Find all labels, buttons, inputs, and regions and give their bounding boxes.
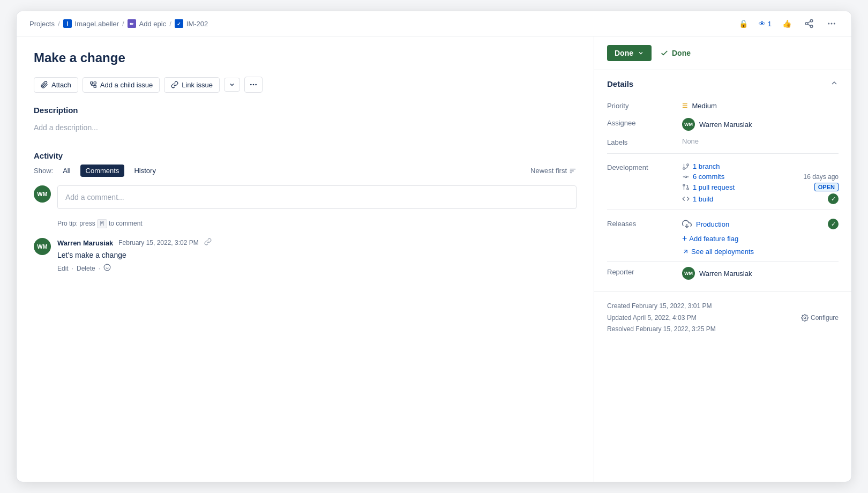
svg-point-29 [685, 176, 687, 178]
breadcrumb-image-labeller[interactable]: ImageLabeller [75, 20, 119, 28]
epic-icon: ✏ [128, 19, 136, 28]
right-panel: Done Done Details Priority [594, 36, 851, 482]
labels-value[interactable]: None [682, 137, 839, 145]
footer-dates-row: Created February 15, 2022, 3:01 PM Updat… [607, 301, 839, 335]
activity-controls: Show: All Comments History Newest first [34, 165, 577, 177]
edit-button[interactable]: Edit [57, 265, 69, 272]
breadcrumb-issue-id[interactable]: IM-202 [186, 20, 208, 28]
svg-rect-14 [91, 82, 93, 84]
svg-text:I: I [66, 21, 68, 27]
svg-point-28 [683, 167, 685, 169]
details-collapse-button[interactable] [830, 79, 839, 89]
ellipsis-icon [249, 80, 258, 89]
emoji-button[interactable] [103, 264, 111, 273]
labels-label: Labels [607, 137, 682, 146]
svg-point-32 [687, 188, 689, 190]
svg-point-33 [683, 184, 685, 186]
child-issue-button[interactable]: Add a child issue [83, 77, 160, 93]
lock-button[interactable]: 🔒 [737, 17, 750, 30]
status-bar: Done Done [594, 36, 851, 70]
chevron-button[interactable] [224, 78, 240, 92]
production-label[interactable]: Production [696, 220, 729, 228]
thumbs-up-icon: 👍 [782, 19, 791, 28]
divider-2 [607, 210, 839, 210]
footer-meta: Created February 15, 2022, 3:01 PM Updat… [594, 292, 851, 344]
svg-text:✓: ✓ [177, 21, 181, 27]
resolved-text: Resolved February 15, 2022, 3:25 PM [607, 324, 716, 335]
see-deployments-row: See all deployments [682, 248, 839, 256]
sort-button[interactable]: Newest first [530, 167, 577, 175]
reporter-name: Warren Marusiak [699, 270, 752, 278]
assignee-avatar: WM [682, 118, 695, 131]
comment-placeholder: Add a comment... [65, 193, 124, 201]
thumbs-up-button[interactable]: 👍 [780, 17, 794, 30]
add-feature-flag-row: + Add feature flag [682, 234, 839, 243]
child-issue-icon [89, 81, 97, 88]
svg-rect-16 [94, 85, 96, 87]
priority-value[interactable]: ≡ Medium [682, 101, 839, 110]
svg-point-11 [828, 23, 829, 25]
configure-button[interactable]: Configure [801, 314, 839, 322]
svg-point-37 [804, 317, 806, 319]
delete-button[interactable]: Delete [77, 265, 95, 272]
comment-author-line: Warren Marusiak February 15, 2022, 3:02 … [57, 238, 577, 248]
description-placeholder[interactable]: Add a description... [34, 119, 577, 136]
filter-history-button[interactable]: History [129, 165, 161, 177]
breadcrumb-epic[interactable]: Add epic [139, 20, 167, 28]
more-icon [827, 19, 836, 28]
filter-all-button[interactable]: All [57, 165, 76, 177]
reporter-value[interactable]: WM Warren Marusiak [682, 267, 839, 280]
dev-pr[interactable]: 1 pull request [693, 183, 735, 191]
child-issue-label: Add a child issue [100, 81, 153, 89]
dev-branch[interactable]: 1 branch [693, 162, 720, 170]
releases-row-outer: Releases Production ✓ + Ad [607, 212, 839, 259]
dev-commits[interactable]: 6 commits [693, 173, 724, 181]
breadcrumb-sep-2: / [122, 20, 124, 28]
more-actions-button[interactable] [244, 77, 263, 93]
dev-build-row: 1 build ✓ [682, 193, 839, 204]
dev-branch-row: 1 branch [682, 162, 839, 170]
assignee-value[interactable]: WM Warren Marusiak [682, 118, 839, 131]
development-value: 1 branch 6 commits 16 days ago [682, 162, 839, 204]
svg-point-7 [805, 23, 808, 25]
chevron-down-icon [229, 81, 235, 88]
pro-tip-key: M [97, 219, 107, 228]
sort-icon [569, 167, 577, 175]
status-done-button[interactable]: Done [607, 45, 652, 61]
see-deployments-label: See all deployments [691, 248, 754, 256]
reporter-row: Reporter WM Warren Marusiak [607, 264, 839, 283]
releases-value: Production ✓ + Add feature flag [682, 219, 839, 256]
created-text: Created February 15, 2022, 3:01 PM [607, 301, 716, 312]
dev-build[interactable]: 1 build [693, 195, 713, 203]
issue-icon: ✓ [175, 19, 183, 28]
svg-line-9 [807, 24, 810, 26]
watch-button[interactable]: 👁 1 [759, 20, 772, 28]
svg-text:✏: ✏ [130, 21, 134, 27]
issue-title: Make a change [34, 49, 577, 66]
pr-open-badge: OPEN [814, 183, 839, 191]
show-label: Show: [34, 167, 53, 175]
activity-label: Activity [34, 151, 577, 160]
priority-label: Priority [607, 101, 682, 110]
link-issue-button[interactable]: Link issue [164, 77, 220, 93]
more-button[interactable] [825, 17, 839, 31]
link-icon [171, 81, 178, 88]
dev-pr-row: 1 pull request OPEN [682, 183, 839, 191]
current-user-avatar: WM [34, 185, 51, 203]
see-deployments-button[interactable]: See all deployments [682, 248, 754, 256]
description-section: Description Add a description... [34, 106, 577, 136]
details-title: Details [607, 79, 633, 88]
add-feature-flag-button[interactable]: + Add feature flag [682, 234, 738, 243]
comment-text: Let's make a change [57, 251, 577, 259]
share-button[interactable] [802, 17, 816, 31]
breadcrumb-projects[interactable]: Projects [29, 20, 55, 28]
comment-input[interactable]: Add a comment... [57, 185, 577, 209]
attach-button[interactable]: Attach [34, 77, 78, 93]
build-status-icon: ✓ [828, 193, 839, 204]
comment-actions: Edit · Delete · [57, 264, 577, 273]
divider-1 [607, 153, 839, 154]
attach-label: Attach [51, 81, 71, 89]
comment-link-icon[interactable] [204, 238, 212, 248]
filter-comments-button[interactable]: Comments [80, 165, 125, 177]
status-label: Done [615, 49, 633, 57]
